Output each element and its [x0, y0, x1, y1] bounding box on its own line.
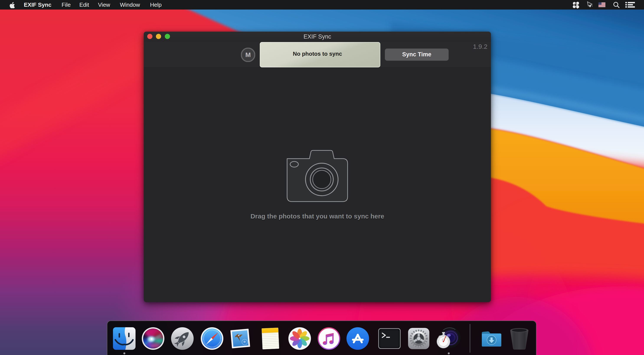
svg-text:M: M [246, 51, 251, 58]
